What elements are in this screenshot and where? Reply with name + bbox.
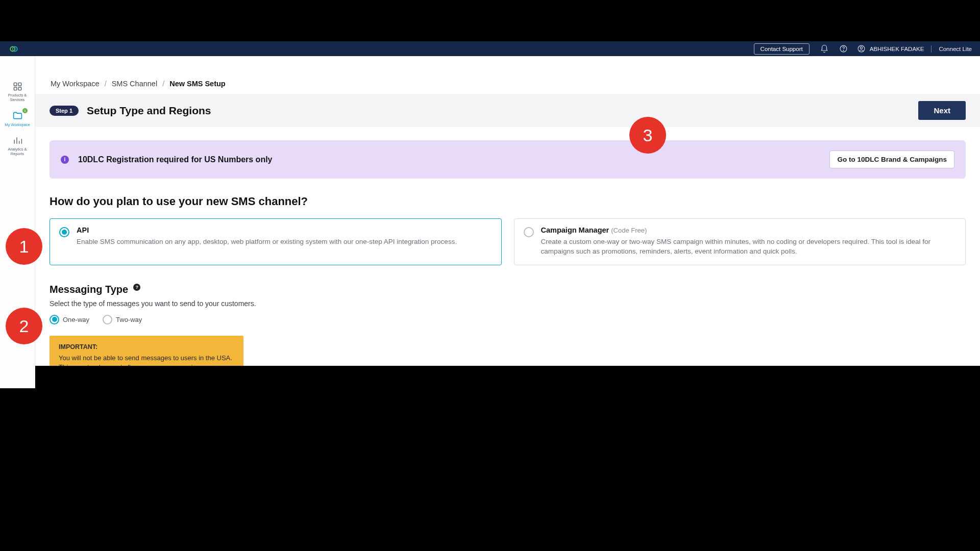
help-tooltip-icon[interactable]: ? [133, 284, 140, 291]
contact-support-button[interactable]: Contact Support [754, 43, 810, 55]
breadcrumb-current: New SMS Setup [169, 80, 226, 88]
next-button[interactable]: Next [918, 101, 966, 120]
step-pill: Step 1 [50, 106, 79, 116]
sidebar-item-products[interactable]: Products & Services [0, 79, 35, 107]
important-line: You will not be able to send messages to… [59, 354, 234, 363]
svg-rect-7 [18, 83, 21, 86]
svg-rect-8 [14, 87, 17, 90]
folder-icon [12, 110, 23, 121]
sidebar-item-label: Products & Services [3, 93, 32, 102]
option-campaign-manager[interactable]: Campaign Manager (Code Free) Create a cu… [514, 218, 966, 265]
sidebar-item-label: My Workspace [5, 123, 30, 128]
option-api[interactable]: API Enable SMS communication on any app,… [50, 218, 502, 265]
user-menu[interactable]: ABHISHEK FADAKE Connect Lite [857, 44, 972, 53]
svg-point-5 [860, 47, 862, 49]
user-name: ABHISHEK FADAKE [870, 46, 924, 52]
sidebar-item-workspace[interactable]: 1 My Workspace [0, 107, 35, 133]
code-free-tag: (Code Free) [611, 227, 647, 234]
breadcrumb-mid[interactable]: SMS Channel [112, 80, 157, 88]
user-plan-label: Connect Lite [939, 46, 972, 52]
alert-text: 10DLC Registration required for US Numbe… [78, 155, 273, 164]
radio-label: Two-way [116, 316, 142, 323]
grid-icon [13, 82, 22, 91]
option-cm-title: Campaign Manager (Code Free) [541, 226, 957, 234]
brand-logo-icon [9, 44, 18, 54]
option-cm-desc: Create a custom one-way or two-way SMS c… [541, 237, 957, 257]
help-icon[interactable] [839, 44, 848, 53]
messaging-type-subtitle: Select the type of messages you want to … [50, 299, 966, 308]
page-title: Setup Type and Regions [87, 105, 211, 117]
radio-label: One-way [63, 316, 89, 323]
usage-question: How do you plan to use your new SMS chan… [50, 195, 966, 208]
option-api-title: API [77, 226, 457, 234]
messaging-type-one-way[interactable]: One-way [50, 315, 89, 324]
breadcrumb-root[interactable]: My Workspace [51, 80, 100, 88]
important-line: This country does not allow one-way mess… [59, 363, 234, 366]
main-panel: My Workspace / SMS Channel / New SMS Set… [35, 56, 980, 366]
breadcrumb: My Workspace / SMS Channel / New SMS Set… [35, 56, 980, 94]
important-warning: IMPORTANT: You will not be able to send … [50, 336, 243, 366]
radio-icon [59, 227, 69, 237]
messaging-type-two-way[interactable]: Two-way [103, 315, 142, 324]
info-icon: i [61, 156, 69, 164]
radio-icon [50, 315, 59, 324]
bar-chart-icon [13, 136, 22, 145]
messaging-type-heading: Messaging Type [50, 284, 128, 295]
step-header: Step 1 Setup Type and Regions Next [35, 94, 980, 127]
badge-count: 1 [22, 108, 28, 113]
sidebar: Products & Services 1 My Workspace Analy… [0, 56, 35, 388]
go-10dlc-button[interactable]: Go to 10DLC Brand & Campaigns [829, 151, 954, 168]
radio-icon [524, 227, 534, 237]
svg-rect-9 [18, 87, 21, 90]
user-avatar-icon [857, 44, 866, 53]
sidebar-item-analytics[interactable]: Analytics & Reports [0, 133, 35, 161]
svg-point-3 [843, 50, 844, 51]
svg-rect-6 [14, 83, 17, 86]
important-label: IMPORTANT: [59, 343, 234, 352]
radio-icon [103, 315, 112, 324]
alert-10dlc: i 10DLC Registration required for US Num… [50, 140, 966, 179]
topbar: Contact Support ABHISHEK FADAKE Connect … [0, 41, 980, 56]
bell-icon[interactable] [820, 44, 829, 54]
sidebar-item-label: Analytics & Reports [3, 147, 32, 156]
option-api-desc: Enable SMS communication on any app, des… [77, 237, 457, 247]
